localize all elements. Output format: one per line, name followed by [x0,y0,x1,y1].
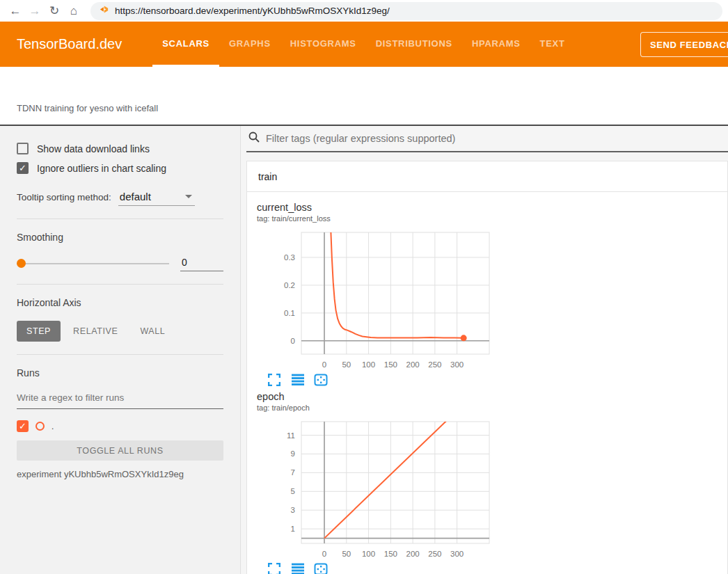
line-chart[interactable]: 0501001502002503001357911 [257,417,492,561]
reload-icon[interactable]: ↻ [45,1,64,21]
divider [17,284,223,285]
train-section-label: train [258,171,277,182]
divider [17,218,223,219]
svg-text:300: 300 [450,550,464,558]
axis-relative-button[interactable]: RELATIVE [63,321,127,342]
filter-tags-row [246,126,728,152]
show-download-links-checkbox[interactable]: Show data download links [17,143,223,154]
tab-scalars[interactable]: SCALARS [152,22,219,67]
tab-histograms[interactable]: HISTOGRAMS [280,22,366,67]
svg-text:150: 150 [384,360,397,369]
divider [17,354,223,355]
tooltip-sorting-row: Tooltip sorting method: default [17,191,223,206]
svg-text:1: 1 [291,525,295,533]
search-icon [248,131,260,146]
line-chart[interactable]: 05010015020025030000.10.20.3 [257,228,492,372]
experiment-subtitle-bar: TDNN training for yesno with icefall [0,67,728,126]
home-icon[interactable]: ⌂ [64,1,84,21]
back-icon[interactable]: ← [6,1,25,21]
train-section-card: train current_loss tag: train/current_lo… [246,161,728,574]
svg-text:250: 250 [428,360,441,369]
tooltip-sorting-label: Tooltip sorting method: [17,192,111,202]
brand-logo: TensorBoard.dev [17,36,122,52]
charts-grid: current_loss tag: train/current_loss 050… [247,192,727,574]
log-scale-icon[interactable] [291,373,305,387]
smoothing-slider-row [17,255,223,271]
chart-tag: tag: train/current_loss [257,214,491,223]
checkbox-checked-icon: ✓ [17,162,29,174]
expand-chart-icon[interactable] [268,562,282,574]
checkbox-unchecked-icon [17,143,29,154]
svg-text:5: 5 [291,487,295,495]
settings-sidebar: Show data download links ✓ Ignore outlie… [0,126,241,574]
svg-text:150: 150 [384,550,397,558]
svg-text:200: 200 [406,550,420,558]
runs-regex-input[interactable] [17,390,223,409]
fit-domain-icon[interactable] [314,373,328,387]
svg-text:0.1: 0.1 [284,309,295,317]
app-header: TensorBoard.dev SCALARS GRAPHS HISTOGRAM… [0,22,728,67]
svg-text:0: 0 [322,550,326,558]
svg-text:250: 250 [428,550,441,558]
run-checkbox-icon[interactable]: ✓ [17,420,29,432]
slider-thumb[interactable] [17,259,26,268]
experiment-title: TDNN training for yesno with icefall [17,103,158,113]
svg-text:300: 300 [450,360,464,369]
expand-chart-icon[interactable] [268,373,282,387]
svg-text:7: 7 [291,468,295,477]
tab-distributions[interactable]: DISTRIBUTIONS [366,22,462,67]
horizontal-axis-label: Horizontal Axis [17,297,223,308]
main-nav: SCALARS GRAPHS HISTOGRAMS DISTRIBUTIONS … [152,22,574,67]
smoothing-label: Smoothing [17,232,223,243]
svg-text:0: 0 [291,337,295,345]
tensorboard-favicon-icon [99,4,109,17]
run-color-circle-icon[interactable] [35,422,45,431]
svg-text:0.2: 0.2 [284,281,295,289]
svg-text:11: 11 [287,431,295,440]
forward-icon[interactable]: → [25,1,45,21]
svg-text:0.3: 0.3 [284,253,295,262]
experiment-note: experiment yKUbhb5wRmOSXYkId1z9eg [17,469,223,479]
axis-wall-button[interactable]: WALL [130,321,175,342]
smoothing-value-input[interactable] [180,255,223,271]
filter-tags-input[interactable] [266,133,728,144]
send-feedback-button[interactable]: SEND FEEDBACK [640,32,728,57]
checkbox-label: Ignore outliers in chart scaling [37,163,166,174]
runs-label: Runs [17,367,223,378]
tooltip-sorting-select[interactable]: default [118,191,195,206]
axis-step-button[interactable]: STEP [17,321,61,342]
chart-title: current_loss [257,202,491,213]
chevron-down-icon [185,195,192,198]
svg-text:100: 100 [362,550,375,558]
toggle-all-runs-button[interactable]: TOGGLE ALL RUNS [17,440,223,461]
tab-graphs[interactable]: GRAPHS [219,22,280,67]
scalars-dashboard: train current_loss tag: train/current_lo… [241,126,728,574]
smoothing-slider[interactable] [17,263,169,264]
chart-tag: tag: train/epoch [257,404,491,412]
tab-hparams[interactable]: HPARAMS [462,22,530,67]
run-name: . [52,422,54,431]
ignore-outliers-checkbox[interactable]: ✓ Ignore outliers in chart scaling [17,162,223,174]
svg-text:0: 0 [322,360,326,369]
selected-value: default [120,191,151,202]
chart-card-epoch: epoch tag: train/epoch 05010015020025030… [248,391,491,574]
chart-actions [257,562,491,574]
horizontal-axis-buttons: STEP RELATIVE WALL [17,321,223,342]
content: Show data download links ✓ Ignore outlie… [0,126,728,574]
svg-text:50: 50 [342,360,351,369]
run-item[interactable]: ✓ . [17,420,223,432]
checkbox-label: Show data download links [37,143,150,154]
chart-title: epoch [257,391,491,402]
svg-text:3: 3 [291,506,295,514]
train-section-header[interactable]: train [247,161,727,192]
fit-domain-icon[interactable] [314,562,328,574]
address-bar[interactable]: https://tensorboard.dev/experiment/yKUbh… [90,2,722,20]
svg-text:100: 100 [362,360,375,369]
url-text: https://tensorboard.dev/experiment/yKUbh… [115,6,390,16]
log-scale-icon[interactable] [291,562,305,574]
svg-text:50: 50 [342,550,351,558]
tab-text[interactable]: TEXT [530,22,575,67]
chart-card-current-loss: current_loss tag: train/current_loss 050… [248,202,491,391]
browser-toolbar: ← → ↻ ⌂ https://tensorboard.dev/experime… [0,0,728,22]
chart-actions [257,373,491,387]
